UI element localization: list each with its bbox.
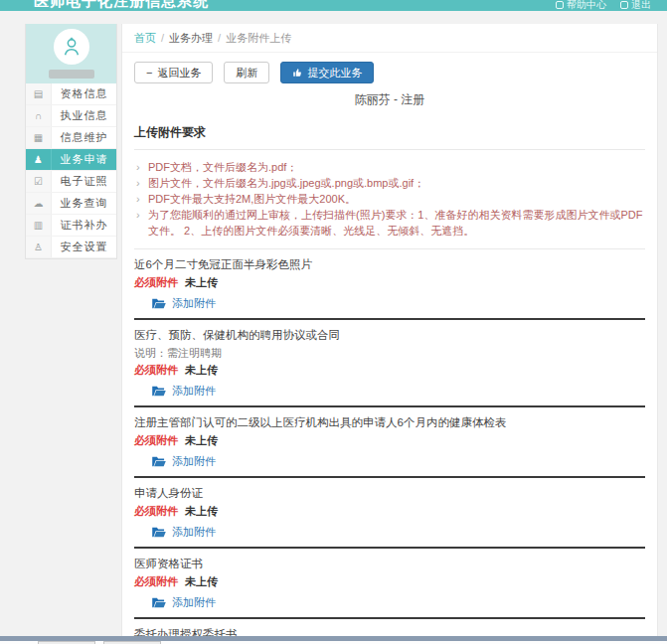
attachment-status: 必须附件 未上传 [134, 434, 645, 447]
attachment-item: 医疗、预防、保健机构的聘用协议或合同 说明：需注明聘期 必须附件 未上传 添加附… [134, 320, 645, 407]
attachment-title: 申请人身份证 [134, 486, 645, 501]
user-name-redacted [49, 70, 94, 79]
sidebar-item-电子证照[interactable]: ☑ 电子证照 [26, 171, 116, 193]
requirements-list: › PDF文档，文件后缀名为.pdf； › 图片文件，文件后缀名为.jpg或.j… [134, 150, 645, 249]
requirement-item: › PDF文档，文件后缀名为.pdf； [134, 159, 645, 175]
breadcrumb-item[interactable]: 首页 [134, 32, 156, 44]
help-button[interactable]: 帮助中心 [556, 0, 606, 11]
sidebar-item-icon: ♟ [26, 149, 52, 170]
sidebar-item-icon: ☑ [26, 171, 52, 192]
sidebar-item-业务申请[interactable]: ♟ 业务申请 [26, 149, 116, 171]
folder-icon [152, 527, 166, 538]
sidebar-item-icon: ☁ [26, 193, 52, 214]
add-attachment-button[interactable]: 添加附件 [134, 454, 645, 469]
attachment-status: 必须附件 未上传 [134, 575, 645, 588]
logout-button[interactable]: 退出 [620, 0, 651, 11]
back-button[interactable]: − 返回业务 [134, 62, 213, 83]
folder-icon [152, 298, 166, 309]
breadcrumb-item: 业务附件上传 [226, 32, 291, 44]
requirement-text: 为了您能顺利的通过网上审核，上传扫描件(照片)要求：1、准备好的相关资料需要形成… [148, 209, 642, 237]
requirement-text: PDF文档，文件后缀名为.pdf； [148, 161, 297, 173]
add-attachment-button[interactable]: 添加附件 [134, 595, 645, 610]
add-attachment-label: 添加附件 [172, 595, 216, 610]
main-panel: 首页/业务办理/业务附件上传 − 返回业务 刷新 提交此业务 陈丽芬 - 注册 … [121, 24, 658, 644]
attachment-status: 必须附件 未上传 [134, 276, 645, 289]
attachment-title: 近6个月二寸免冠正面半身彩色照片 [134, 257, 645, 272]
requirement-text: PDF文件最大支持2M,图片文件最大200K。 [148, 193, 356, 205]
requirement-item: › 图片文件，文件后缀名为.jpg或.jpeg或.png或.bmp或.gif； [134, 175, 645, 191]
add-attachment-button[interactable]: 添加附件 [134, 296, 645, 311]
attachment-item: 近6个月二寸免冠正面半身彩色照片 必须附件 未上传 添加附件 [134, 249, 645, 320]
folder-icon [152, 456, 166, 467]
sidebar-item-label: 执业信息 [52, 105, 116, 126]
requirements-title: 上传附件要求 [134, 118, 645, 150]
logout-icon [620, 1, 628, 9]
applicant-name: 陈丽芬 - 注册 [122, 89, 657, 118]
sidebar-item-label: 资格信息 [52, 83, 116, 104]
required-badge: 必须附件 [134, 505, 178, 517]
sidebar-item-icon: ▤ [26, 83, 52, 104]
add-attachment-label: 添加附件 [172, 454, 216, 469]
thumbs-up-icon [292, 68, 302, 78]
add-attachment-label: 添加附件 [172, 384, 216, 399]
sidebar-item-信息维护[interactable]: ▦ 信息维护 [26, 127, 116, 149]
user-panel [26, 24, 116, 83]
not-uploaded-label: 未上传 [185, 505, 218, 517]
sidebar-item-icon: ▦ [26, 127, 52, 148]
sidebar: ▤ 资格信息 ∩ 执业信息 ▦ 信息维护 ♟ 业务申请 ☑ 电子证照 ☁ 业务查… [25, 24, 117, 259]
back-icon: − [146, 68, 152, 79]
app-window: 医师电子化注册信息系统 帮助中心 退出 [0, 0, 667, 644]
requirement-item: › PDF文件最大支持2M,图片文件最大200K。 [134, 191, 645, 207]
folder-icon [152, 386, 166, 397]
attachment-title: 注册主管部门认可的二级以上医疗机构出具的申请人6个月内的健康体检表 [134, 415, 645, 430]
chevron-right-icon: › [136, 191, 140, 207]
sidebar-item-安全设置[interactable]: ♙ 安全设置 [26, 237, 116, 258]
attachment-title: 医疗、预防、保健机构的聘用协议或合同 [134, 328, 645, 343]
not-uploaded-label: 未上传 [185, 434, 218, 446]
refresh-button[interactable]: 刷新 [224, 62, 269, 83]
breadcrumb-separator: / [161, 32, 164, 44]
submit-button[interactable]: 提交此业务 [280, 62, 374, 83]
header-nav: 帮助中心 退出 [556, 0, 651, 11]
sidebar-item-业务查询[interactable]: ☁ 业务查询 [26, 193, 116, 215]
chevron-right-icon: › [136, 159, 140, 175]
breadcrumb: 首页/业务办理/业务附件上传 [122, 24, 657, 53]
doctor-icon [61, 36, 83, 58]
app-header: 医师电子化注册信息系统 帮助中心 退出 [0, 0, 667, 11]
add-attachment-label: 添加附件 [172, 525, 216, 540]
requirement-item: › 为了您能顺利的通过网上审核，上传扫描件(照片)要求：1、准备好的相关资料需要… [134, 207, 645, 239]
sidebar-item-label: 证书补办 [52, 215, 116, 236]
required-badge: 必须附件 [134, 575, 178, 587]
attachment-note: 说明：需注明聘期 [134, 346, 645, 360]
required-badge: 必须附件 [134, 364, 178, 376]
chevron-right-icon: › [136, 175, 140, 191]
attachment-status: 必须附件 未上传 [134, 505, 645, 518]
sidebar-item-资格信息[interactable]: ▤ 资格信息 [26, 83, 116, 105]
toolbar: − 返回业务 刷新 提交此业务 [122, 53, 657, 89]
required-badge: 必须附件 [134, 434, 178, 446]
not-uploaded-label: 未上传 [185, 276, 218, 288]
sidebar-item-label: 电子证照 [52, 171, 116, 192]
chevron-right-icon: › [136, 207, 140, 223]
sidebar-menu: ▤ 资格信息 ∩ 执业信息 ▦ 信息维护 ♟ 业务申请 ☑ 电子证照 ☁ 业务查… [26, 83, 116, 258]
sidebar-item-icon: ∩ [26, 105, 52, 126]
not-uploaded-label: 未上传 [185, 575, 218, 587]
add-attachment-button[interactable]: 添加附件 [134, 525, 645, 540]
sidebar-item-执业信息[interactable]: ∩ 执业信息 [26, 105, 116, 127]
upload-requirements: 上传附件要求 › PDF文档，文件后缀名为.pdf； › 图片文件，文件后缀名为… [134, 118, 645, 249]
sidebar-item-label: 信息维护 [52, 127, 116, 148]
breadcrumb-item[interactable]: 业务办理 [169, 32, 213, 44]
breadcrumb-separator: / [218, 32, 221, 44]
sidebar-item-icon: ♙ [26, 237, 52, 257]
sidebar-item-label: 业务申请 [52, 149, 116, 170]
attachment-item: 申请人身份证 必须附件 未上传 添加附件 [134, 478, 645, 549]
attachment-title: 医师资格证书 [134, 557, 645, 571]
attachment-item: 医师资格证书 必须附件 未上传 添加附件 [134, 549, 645, 619]
attachment-status: 必须附件 未上传 [134, 364, 645, 377]
app-title: 医师电子化注册信息系统 [34, 0, 209, 11]
sidebar-item-证书补办[interactable]: ▥ 证书补办 [26, 215, 116, 237]
folder-icon [152, 597, 166, 608]
not-uploaded-label: 未上传 [185, 364, 218, 376]
sidebar-item-label: 安全设置 [52, 237, 116, 257]
add-attachment-button[interactable]: 添加附件 [134, 384, 645, 399]
